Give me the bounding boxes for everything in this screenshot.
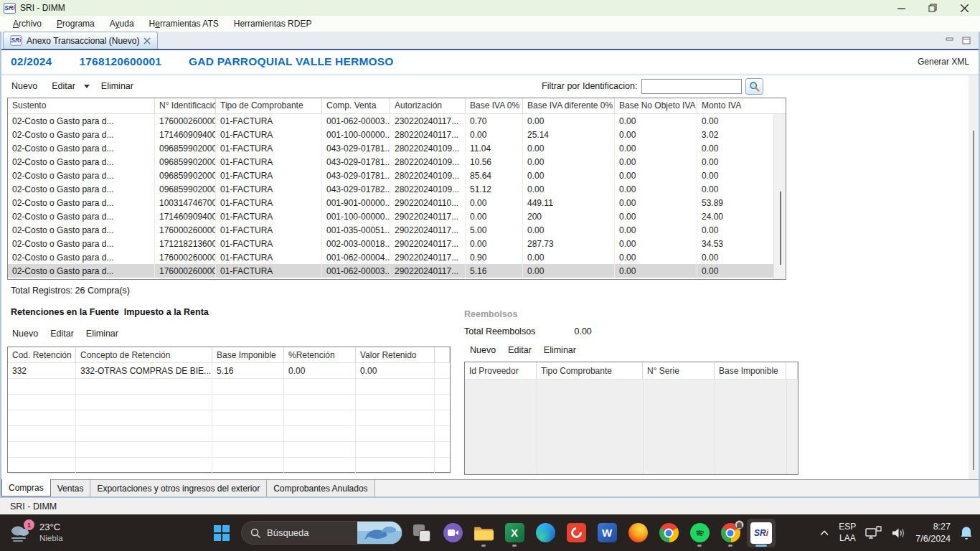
pdf-app-button[interactable]: [562, 519, 590, 547]
excel-button[interactable]: X: [500, 519, 529, 547]
minimize-view-icon[interactable]: [946, 37, 955, 44]
nuevo-button[interactable]: Nuevo: [12, 329, 38, 339]
column-header[interactable]: Monto IVA: [697, 98, 773, 113]
table-row[interactable]: 02-Costo o Gasto para d... 1760002600001…: [8, 223, 786, 237]
view-scrollbar-thumb[interactable]: [973, 131, 974, 470]
edge-button[interactable]: [531, 519, 560, 547]
clock[interactable]: 8:27 7/6/2024: [915, 521, 951, 545]
column-header[interactable]: Cod. Retención: [8, 347, 76, 362]
chrome-profile-button[interactable]: [716, 519, 745, 547]
column-header[interactable]: Base No Objeto IVA: [615, 98, 697, 113]
close-button[interactable]: [948, 0, 980, 16]
chrome-button[interactable]: [654, 519, 683, 547]
sri-tab-icon: SRi: [10, 35, 22, 45]
cell-pct-retencion: 0.00: [284, 363, 356, 378]
start-button[interactable]: [207, 519, 236, 547]
column-header[interactable]: Base IVA 0%: [466, 98, 523, 113]
tab-comprobantes-anulados[interactable]: Comprobantes Anulados: [267, 480, 374, 496]
column-header[interactable]: Valor Retenido: [356, 347, 435, 362]
menu-herramientas-ats[interactable]: Herramientas ATS: [142, 17, 227, 31]
file-explorer-button[interactable]: [469, 519, 498, 547]
filter-input[interactable]: [641, 79, 742, 94]
generar-xml-button[interactable]: Generar XML: [918, 57, 969, 67]
menu-herramientas-rdep[interactable]: Herramientas RDEP: [227, 17, 320, 31]
editar-button[interactable]: Editar: [50, 329, 74, 339]
column-header[interactable]: Base IVA diferente 0%: [523, 98, 615, 113]
tab-compras[interactable]: Compras: [1, 479, 51, 496]
table-row[interactable]: 02-Costo o Gasto para d... 0968599020001…: [8, 169, 786, 182]
column-header[interactable]: Concepto de Retención: [76, 347, 212, 362]
cell-sustento: 02-Costo o Gasto para d...: [8, 182, 155, 196]
editar-dropdown-icon[interactable]: [84, 85, 90, 88]
table-row[interactable]: 02-Costo o Gasto para d... 1714609094001…: [8, 128, 786, 141]
table-row[interactable]: 02-Costo o Gasto para d... 0968599020001…: [8, 182, 786, 196]
search-button[interactable]: [745, 78, 763, 95]
chrome-icon: [659, 523, 679, 542]
taskbar-search[interactable]: Búsqueda: [241, 521, 402, 545]
minimize-button[interactable]: [885, 0, 917, 16]
column-header[interactable]: Tipo Comprobante: [537, 362, 643, 379]
column-header[interactable]: Comp. Venta: [322, 98, 390, 113]
column-header[interactable]: Base Imponible: [715, 362, 786, 379]
nuevo-button[interactable]: Nuevo: [470, 345, 496, 355]
eliminar-button[interactable]: Eliminar: [86, 329, 118, 339]
table-row[interactable]: 02-Costo o Gasto para d... 0968599020001…: [8, 141, 786, 155]
firefox-button[interactable]: [623, 519, 652, 547]
column-header[interactable]: Tipo de Comprobante: [216, 98, 322, 113]
weather-widget[interactable]: 1 23°C Niebla: [7, 514, 63, 551]
tab-exportaciones[interactable]: Exportaciones y otros ingresos del exter…: [90, 480, 267, 496]
tray-chevron-icon[interactable]: [819, 529, 829, 536]
editar-button[interactable]: Editar: [508, 345, 532, 355]
table-scrollbar-thumb[interactable]: [780, 192, 781, 265]
column-header[interactable]: Sustento: [8, 98, 155, 113]
cell-base-no-objeto: 0.00: [615, 223, 697, 237]
column-header[interactable]: Base Imponible: [212, 347, 284, 362]
table-row[interactable]: 02-Costo o Gasto para d... 1760002600001…: [8, 250, 786, 264]
nuevo-button[interactable]: Nuevo: [11, 81, 37, 91]
table-row[interactable]: 02-Costo o Gasto para d... 1712182136001…: [8, 237, 786, 250]
table-row[interactable]: 02-Costo o Gasto para d... 0968599020001…: [8, 155, 786, 169]
table-row[interactable]: 02-Costo o Gasto para d... 1760002600001…: [8, 114, 786, 128]
table-row[interactable]: 02-Costo o Gasto para d... 1760002600001…: [8, 264, 786, 278]
spotify-button[interactable]: [685, 519, 714, 547]
word-button[interactable]: W: [593, 519, 621, 547]
eliminar-button[interactable]: Eliminar: [544, 345, 576, 355]
column-header[interactable]: Autorización: [390, 98, 466, 113]
table-scrollbar[interactable]: [773, 114, 786, 279]
view-scrollbar[interactable]: [969, 75, 979, 479]
tab-ventas[interactable]: Ventas: [51, 480, 91, 496]
cell-comp-venta: 001-062-00003...: [322, 114, 390, 128]
maximize-view-icon[interactable]: [962, 37, 971, 44]
sri-dimm-button[interactable]: SRi: [747, 519, 776, 547]
language-indicator[interactable]: ESP LAA: [839, 522, 856, 544]
table-row[interactable]: 02-Costo o Gasto para d... 1003147467001…: [8, 196, 786, 209]
column-header[interactable]: %Retención: [284, 347, 356, 362]
column-header[interactable]: N° Identificación: [155, 98, 216, 113]
cell-base-iva-dif: 0.00: [523, 141, 615, 155]
cell-autorizacion: 290220240110...: [390, 196, 466, 209]
taskbar: 1 23°C Niebla Búsqueda: [0, 514, 980, 551]
column-header[interactable]: Id Proveedor: [465, 362, 537, 379]
restore-button[interactable]: [917, 0, 948, 16]
tab-close-icon[interactable]: [143, 37, 151, 44]
cell-tipo-comprobante: 01-FACTURA: [216, 141, 322, 155]
network-icon[interactable]: [865, 526, 882, 540]
editar-button[interactable]: Editar: [52, 81, 75, 91]
task-view-button[interactable]: [407, 519, 436, 547]
menu-archivo[interactable]: Archivo: [6, 17, 50, 31]
notification-bell-icon[interactable]: [960, 526, 973, 540]
table-row[interactable]: 02-Costo o Gasto para d... 1714609094001…: [8, 209, 786, 223]
table-row[interactable]: 332 332-OTRAS COMPRAS DE BIE... 5.16 0.0…: [8, 363, 450, 379]
menu-programa[interactable]: Programa: [50, 17, 103, 31]
sri-app-icon: SRi: [750, 522, 772, 544]
pdf-app-icon: [567, 523, 586, 542]
eliminar-button[interactable]: Eliminar: [101, 81, 133, 91]
chat-app-button[interactable]: [438, 519, 467, 547]
column-header[interactable]: N° Serie: [643, 362, 715, 379]
tab-anexo-transaccional[interactable]: SRi Anexo Transaccional (Nuevo): [3, 32, 158, 49]
cell-base-iva-0: 0.00: [466, 209, 523, 223]
search-highlight-image[interactable]: [357, 521, 402, 545]
volume-icon[interactable]: [892, 527, 906, 539]
menu-ayuda[interactable]: Ayuda: [103, 17, 142, 31]
empty-row: [8, 426, 450, 442]
